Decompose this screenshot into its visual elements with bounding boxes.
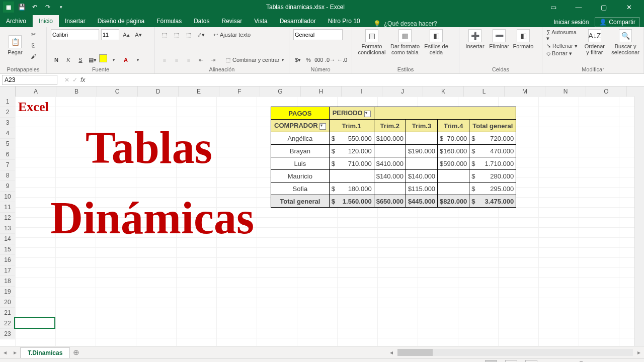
tab-vista[interactable]: Vista	[248, 15, 273, 27]
col-header[interactable]: K	[423, 86, 464, 97]
redo-icon[interactable]: ↷	[42, 2, 53, 13]
format-painter-icon[interactable]: 🖌	[28, 51, 38, 61]
format-button[interactable]: ◧Formato	[512, 29, 535, 49]
col-header[interactable]: O	[586, 86, 627, 97]
col-header[interactable]: D	[138, 86, 179, 97]
fill-button[interactable]: ➘ Rellenar ▾	[546, 43, 578, 49]
autosum-button[interactable]: ∑ Autosuma ▾	[546, 29, 578, 42]
tab-inicio[interactable]: Inicio	[33, 15, 59, 27]
align-right-icon[interactable]: ≡	[183, 54, 194, 65]
row-header[interactable]: 7	[0, 160, 15, 170]
ribbon-options-icon[interactable]: ▭	[544, 4, 562, 11]
indent-dec-icon[interactable]: ⇤	[195, 54, 206, 65]
qat-dropdown-icon[interactable]: ▾	[55, 2, 66, 13]
dec-decimal-icon[interactable]: ←.0	[337, 54, 348, 65]
col-header[interactable]: H	[301, 86, 342, 97]
percent-icon[interactable]: %	[304, 54, 313, 65]
underline-button[interactable]: S	[75, 54, 86, 65]
pivot-periodo[interactable]: PERIODO	[329, 107, 374, 120]
h-scroll-area[interactable]: ◂ ▸	[386, 346, 644, 358]
col-header[interactable]: F	[219, 86, 260, 97]
pivot-comprador[interactable]: COMPRADOR	[271, 120, 330, 132]
row-header[interactable]: 22	[0, 318, 15, 329]
vertical-scrollbar[interactable]	[634, 97, 644, 346]
share-button[interactable]: 👤Compartir	[595, 17, 640, 27]
row-header[interactable]: 23	[0, 329, 15, 339]
row-header[interactable]: 13	[0, 223, 15, 234]
font-color-dropdown[interactable]: ▾	[132, 54, 143, 65]
select-all-corner[interactable]	[0, 86, 16, 97]
cells-area[interactable]: Excel Tablas Dinámicas PAGOSPERIODOCOMPR…	[15, 97, 635, 346]
view-page-layout-icon[interactable]	[505, 360, 517, 362]
align-left-icon[interactable]: ≡	[159, 54, 170, 65]
col-header[interactable]: A	[16, 86, 56, 97]
conditional-format-button[interactable]: ▤Formato condicional	[356, 29, 387, 55]
save-icon[interactable]: 💾	[16, 2, 27, 13]
name-box[interactable]	[2, 75, 57, 85]
row-header[interactable]: 10	[0, 192, 15, 202]
worksheet-grid[interactable]: ABCDEFGHIJKLMNO 123456789101112131415161…	[0, 86, 644, 346]
row-header[interactable]: 18	[0, 276, 15, 287]
border-icon[interactable]: ▦▾	[87, 54, 98, 65]
format-table-button[interactable]: ▦Dar formato como tabla	[388, 29, 422, 55]
row-header[interactable]: 9	[0, 181, 15, 192]
sheet-nav-next[interactable]: ▸	[10, 349, 20, 356]
col-header[interactable]: L	[464, 86, 505, 97]
view-page-break-icon[interactable]	[525, 360, 537, 362]
delete-button[interactable]: ➖Eliminar	[488, 29, 511, 49]
paste-button[interactable]: 📋 Pegar	[4, 35, 26, 55]
row-header[interactable]: 6	[0, 149, 15, 160]
sign-in[interactable]: Iniciar sesión	[553, 19, 589, 26]
fill-color-icon[interactable]	[99, 54, 107, 62]
row-header[interactable]: 19	[0, 287, 15, 297]
cell-styles-button[interactable]: ◧Estilos de celda	[423, 29, 450, 55]
number-format[interactable]	[293, 29, 343, 40]
copy-icon[interactable]: ⎘	[28, 40, 38, 50]
grow-font-icon[interactable]: A▴	[121, 30, 131, 40]
fx-icon[interactable]: fx	[80, 76, 85, 83]
tell-me[interactable]: 💡¿Qué desea hacer?	[373, 20, 437, 27]
tab-datos[interactable]: Datos	[188, 15, 215, 27]
tab-nitro[interactable]: Nitro Pro 10	[322, 15, 366, 27]
row-header[interactable]: 21	[0, 308, 15, 318]
col-header[interactable]: I	[342, 86, 382, 97]
enter-formula-icon[interactable]: ✓	[72, 76, 77, 83]
row-header[interactable]: 8	[0, 170, 15, 181]
tab-diseno[interactable]: Diseño de página	[92, 15, 150, 27]
add-sheet-button[interactable]: ⊕	[70, 348, 82, 357]
find-button[interactable]: 🔍Buscar y seleccionar	[611, 29, 639, 55]
col-header[interactable]: J	[382, 86, 423, 97]
comma-icon[interactable]: 000	[314, 54, 324, 65]
row-header[interactable]: 1	[0, 97, 15, 107]
inc-decimal-icon[interactable]: .0→	[325, 54, 336, 65]
cancel-formula-icon[interactable]: ✕	[64, 76, 69, 83]
font-name[interactable]	[51, 29, 99, 40]
close-button[interactable]: ✕	[620, 4, 638, 11]
col-header[interactable]: B	[56, 86, 97, 97]
italic-button[interactable]: K	[63, 54, 74, 65]
view-normal-icon[interactable]	[485, 360, 497, 362]
row-header[interactable]: 20	[0, 297, 15, 308]
col-header[interactable]: N	[545, 86, 586, 97]
orientation-icon[interactable]: ⤢▾	[195, 29, 206, 40]
sheet-nav-prev[interactable]: ◂	[0, 349, 10, 356]
shrink-font-icon[interactable]: A▾	[133, 30, 143, 40]
wrap-text-button[interactable]: ↩Ajustar texto	[213, 32, 251, 38]
col-header[interactable]: E	[179, 86, 219, 97]
fill-color-dropdown[interactable]: ▾	[108, 54, 119, 65]
merge-button[interactable]: ⬚Combinar y centrar▾	[225, 57, 284, 63]
row-header[interactable]: 14	[0, 234, 15, 244]
align-top-icon[interactable]: ⬚	[159, 29, 170, 40]
tab-revisar[interactable]: Revisar	[216, 15, 249, 27]
font-color-icon[interactable]: A	[120, 54, 131, 65]
row-header[interactable]: 2	[0, 107, 15, 118]
row-header[interactable]: 11	[0, 202, 15, 213]
row-header[interactable]: 12	[0, 213, 15, 223]
clear-button[interactable]: ◇ Borrar ▾	[546, 50, 578, 57]
insert-button[interactable]: ➕Insertar	[463, 29, 487, 49]
font-size[interactable]	[101, 29, 119, 40]
tab-file[interactable]: Archivo	[0, 15, 33, 27]
tab-insertar[interactable]: Insertar	[59, 15, 92, 27]
bold-button[interactable]: N	[51, 54, 62, 65]
row-header[interactable]: 15	[0, 244, 15, 255]
